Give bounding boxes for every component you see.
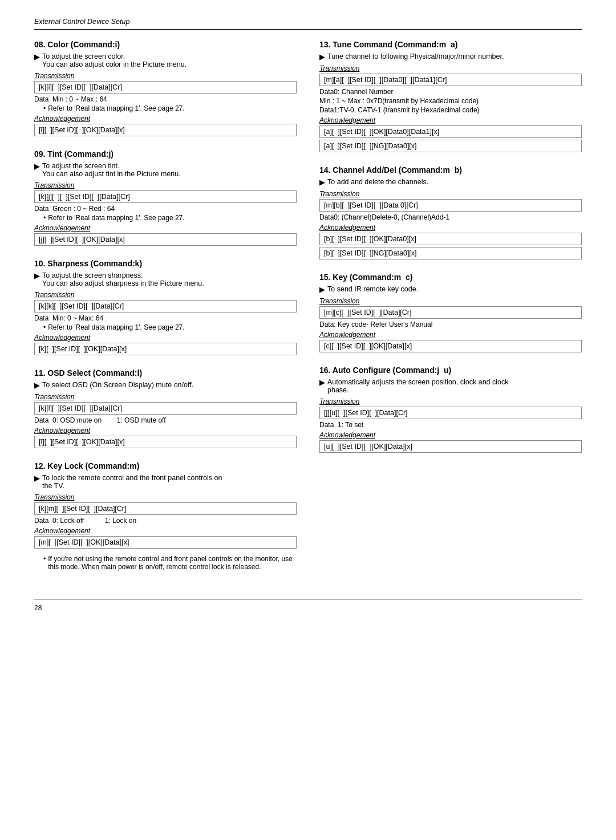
bullet-text-09: Refer to 'Real data mapping 1'. See page… <box>48 214 184 222</box>
ack-label-09: Acknowledgement <box>34 224 297 232</box>
page-footer: 28 <box>34 599 582 612</box>
data-note-14: Data0: (Channel)Delete-0, (Channel)Add-1 <box>319 213 582 221</box>
arrow-icon-08: ▶ <box>34 52 40 61</box>
section-14: 14. Channel Add/Del (Command:m b) ▶ To a… <box>319 165 582 261</box>
section-09-desc: ▶ To adjust the screen tint.You can also… <box>34 162 297 178</box>
arrow-icon-11: ▶ <box>34 381 40 389</box>
ack-label-10: Acknowledgement <box>34 334 297 342</box>
transmission-code-10: [k][k][ ][Set ID][ ][Data][Cr] <box>34 300 297 313</box>
data-note-08: Data Min : 0 ~ Max : 64 <box>34 95 297 103</box>
footer-note-text-12: If you're not using the remote control a… <box>48 555 297 571</box>
section-13-desc-text: Tune channel to following Physical/major… <box>327 52 504 60</box>
section-16: 16. Auto Configure (Command:j u) ▶ Autom… <box>319 366 582 455</box>
section-09: 09. Tint (Command:j) ▶ To adjust the scr… <box>34 149 297 247</box>
section-10-desc-text: To adjust the screen sharpness.You can a… <box>42 271 204 287</box>
arrow-icon-16: ▶ <box>319 378 325 387</box>
transmission-code-12: [k][m][ ][Set ID][ ][Data][Cr] <box>34 502 297 515</box>
arrow-icon-15: ▶ <box>319 285 325 294</box>
section-11-desc: ▶ To select OSD (On Screen Display) mute… <box>34 381 297 389</box>
page-header: External Control Device Setup <box>34 17 582 30</box>
section-14-title: 14. Channel Add/Del (Command:m b) <box>319 165 582 175</box>
arrow-icon-13: ▶ <box>319 52 325 61</box>
transmission-label-12: Transmission <box>34 493 297 501</box>
section-08: 08. Color (Command:i) ▶ To adjust the sc… <box>34 40 297 138</box>
data-note-13b: Min : 1 ~ Max : 0x7D(transmit by Hexadec… <box>319 97 582 105</box>
main-content: 08. Color (Command:i) ▶ To adjust the sc… <box>34 40 582 582</box>
section-08-desc: ▶ To adjust the screen color.You can als… <box>34 52 297 68</box>
data-note-16: Data 1: To set <box>319 421 582 429</box>
transmission-label-08: Transmission <box>34 72 297 80</box>
ack-label-12: Acknowledgement <box>34 527 297 535</box>
transmission-label-11: Transmission <box>34 393 297 401</box>
bullet-note-09: • Refer to 'Real data mapping 1'. See pa… <box>43 214 297 222</box>
ack-code-08: [i][ ][Set ID][ ][OK][Data][x] <box>34 124 297 136</box>
arrow-icon-09: ▶ <box>34 162 40 171</box>
ack-code-13b: [a][ ][Set ID][ ][NG][Data0][x] <box>319 140 582 152</box>
section-14-desc-text: To add and delete the channels. <box>327 178 428 186</box>
bullet-note-10: • Refer to 'Real data mapping 1'. See pa… <box>43 323 297 331</box>
left-column: 08. Color (Command:i) ▶ To adjust the sc… <box>34 40 297 582</box>
arrow-icon-14: ▶ <box>319 178 325 186</box>
transmission-code-16: [j][u][ ][Set ID][ ][Data][Cr] <box>319 407 582 419</box>
page: External Control Device Setup 08. Color … <box>0 0 616 840</box>
ack-code-13a: [a][ ][Set ID][ ][OK][Data0][Data1][x] <box>319 125 582 138</box>
section-14-desc: ▶ To add and delete the channels. <box>319 178 582 186</box>
transmission-code-11: [k][l][ ][Set ID][ ][Data][Cr] <box>34 402 297 415</box>
ack-label-14: Acknowledgement <box>319 224 582 232</box>
ack-code-11: [l][ ][Set ID][ ][OK][Data][x] <box>34 436 297 448</box>
ack-label-13: Acknowledgement <box>319 116 582 124</box>
page-number: 28 <box>34 604 42 612</box>
section-12-desc-text: To lock the remote control and the front… <box>42 474 222 490</box>
transmission-code-15: [m][c][ ][Set ID][ ][Data][Cr] <box>319 306 582 319</box>
ack-code-12: [m][ ][Set ID][ ][OK][Data][x] <box>34 536 297 549</box>
ack-label-16: Acknowledgement <box>319 431 582 439</box>
section-11-title: 11. OSD Select (Command:l) <box>34 368 297 378</box>
section-10-desc: ▶ To adjust the screen sharpness.You can… <box>34 271 297 287</box>
ack-label-15: Acknowledgement <box>319 331 582 339</box>
transmission-code-08: [k][i][ ][Set ID][ ][Data][Cr] <box>34 81 297 94</box>
arrow-icon-12: ▶ <box>34 474 40 482</box>
right-column: 13. Tune Command (Command:m a) ▶ Tune ch… <box>319 40 582 582</box>
bullet-text-08: Refer to 'Real data mapping 1'. See page… <box>48 104 184 112</box>
ack-label-11: Acknowledgement <box>34 427 297 435</box>
header-title: External Control Device Setup <box>34 18 129 26</box>
bullet-dot-10: • <box>43 323 46 331</box>
transmission-label-13: Transmission <box>319 64 582 72</box>
section-10: 10. Sharpness (Command:k) ▶ To adjust th… <box>34 259 297 357</box>
transmission-label-09: Transmission <box>34 181 297 189</box>
data-note-13a: Data0: Channel Number <box>319 88 582 96</box>
data-note-10: Data Min: 0 ~ Max: 64 <box>34 314 297 322</box>
section-11-desc-text: To select OSD (On Screen Display) mute o… <box>42 381 193 389</box>
section-08-title: 08. Color (Command:i) <box>34 40 297 49</box>
data-note-15: Data: Key code- Refer User's Manual <box>319 320 582 328</box>
section-10-title: 10. Sharpness (Command:k) <box>34 259 297 268</box>
section-12-title: 12. Key Lock (Command:m) <box>34 461 297 470</box>
data-note-09: Data Green : 0 ~ Red : 64 <box>34 205 297 213</box>
bullet-note-08: • Refer to 'Real data mapping 1'. See pa… <box>43 104 297 112</box>
section-09-desc-text: To adjust the screen tint.You can also a… <box>42 162 181 178</box>
ack-code-14b: [b][ ][Set ID][ ][NG][Data0][x] <box>319 247 582 259</box>
section-13-desc: ▶ Tune channel to following Physical/maj… <box>319 52 582 61</box>
ack-code-14a: [b][ ][Set ID][ ][OK][Data0][x] <box>319 233 582 245</box>
section-16-desc: ▶ Automatically adjusts the screen posit… <box>319 378 582 394</box>
section-13: 13. Tune Command (Command:m a) ▶ Tune ch… <box>319 40 582 154</box>
section-08-desc-text: To adjust the screen color.You can also … <box>42 52 187 68</box>
section-16-desc-text: Automatically adjusts the screen positio… <box>327 378 509 394</box>
footer-note-12: • If you're not using the remote control… <box>43 555 297 571</box>
transmission-label-15: Transmission <box>319 297 582 305</box>
ack-code-09: [j][ ][Set ID][ ][OK][Data][x] <box>34 233 297 246</box>
section-15-title: 15. Key (Command:m c) <box>319 273 582 282</box>
data-note-13c: Data1:TV-0, CATV-1 (transmit by Hexadeci… <box>319 106 582 114</box>
bullet-dot-08: • <box>43 104 46 112</box>
section-11: 11. OSD Select (Command:l) ▶ To select O… <box>34 368 297 450</box>
data-note-12: Data 0: Lock off 1: Lock on <box>34 517 297 525</box>
section-12: 12. Key Lock (Command:m) ▶ To lock the r… <box>34 461 297 571</box>
transmission-label-10: Transmission <box>34 291 297 299</box>
bullet-text-10: Refer to 'Real data mapping 1'. See page… <box>48 323 184 331</box>
section-12-desc: ▶ To lock the remote control and the fro… <box>34 474 297 490</box>
section-16-title: 16. Auto Configure (Command:j u) <box>319 366 582 375</box>
footer-bullet-12: • <box>43 555 46 571</box>
ack-code-16: [u][ ][Set ID][ ][OK][Data][x] <box>319 440 582 453</box>
section-13-title: 13. Tune Command (Command:m a) <box>319 40 582 49</box>
transmission-code-09: [k][j][ ][ ][Set ID][ ][Data][Cr] <box>34 190 297 203</box>
